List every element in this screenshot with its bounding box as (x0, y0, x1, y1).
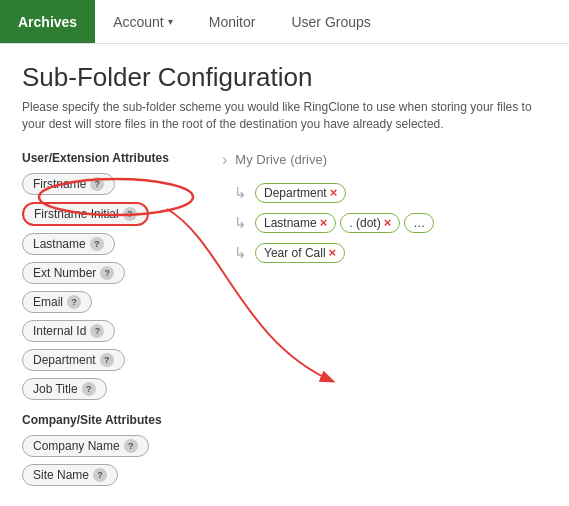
page-description: Please specify the sub-folder scheme you… (22, 99, 547, 133)
company-section-label: Company/Site Attributes (22, 413, 212, 427)
tag-year-of-call-remove[interactable]: × (329, 246, 337, 259)
firstname-initial-help-icon[interactable]: ? (123, 207, 137, 221)
attr-lastname-label: Lastname (33, 237, 86, 251)
drive-row: › My Drive (drive) (222, 151, 547, 169)
attr-department-label: Department (33, 353, 96, 367)
page-title: Sub-Folder Configuration (22, 62, 547, 93)
company-name-help-icon[interactable]: ? (124, 439, 138, 453)
attr-email-row: Email ? (22, 291, 212, 318)
email-help-icon[interactable]: ? (67, 295, 81, 309)
tag-department-label: Department (264, 186, 327, 200)
attr-email-label: Email (33, 295, 63, 309)
firstname-help-icon[interactable]: ? (90, 177, 104, 191)
subfolder-arrow-2: ↳ (234, 214, 247, 232)
nav-user-groups[interactable]: User Groups (273, 0, 388, 43)
attr-lastname-row: Lastname ? (22, 233, 212, 260)
lastname-help-icon[interactable]: ? (90, 237, 104, 251)
attr-job-title-row: Job Title ? (22, 378, 212, 405)
tag-department-remove[interactable]: × (330, 186, 338, 199)
nav-account[interactable]: Account ▾ (95, 0, 191, 43)
attr-site-name-label: Site Name (33, 468, 89, 482)
attr-firstname-label: Firstname (33, 177, 86, 191)
drive-chevron-icon: › (222, 151, 227, 169)
nav-archives-label: Archives (18, 14, 77, 30)
attr-internal-id[interactable]: Internal Id ? (22, 320, 115, 342)
nav-bar: Archives Account ▾ Monitor User Groups (0, 0, 569, 44)
job-title-help-icon[interactable]: ? (82, 382, 96, 396)
subfolder-arrow-3: ↳ (234, 244, 247, 262)
attr-email[interactable]: Email ? (22, 291, 92, 313)
content-area: User/Extension Attributes Firstname ? Fi… (22, 151, 547, 493)
tag-group-1: Department × (255, 183, 346, 203)
attr-ext-number-label: Ext Number (33, 266, 96, 280)
tag-group-2: Lastname × . (dot) × … (255, 213, 434, 233)
company-section: Company/Site Attributes Company Name ? S… (22, 413, 212, 491)
attr-firstname-initial-row: Firstname Initial ? (22, 202, 212, 231)
tag-more: … (404, 213, 434, 233)
folder-row-2: ↳ Lastname × . (dot) × … (222, 213, 547, 233)
tag-lastname-label: Lastname (264, 216, 317, 230)
account-dropdown-icon: ▾ (168, 16, 173, 27)
attr-ext-number[interactable]: Ext Number ? (22, 262, 125, 284)
tag-more-label: … (413, 216, 425, 230)
site-name-help-icon[interactable]: ? (93, 468, 107, 482)
nav-monitor[interactable]: Monitor (191, 0, 274, 43)
attr-firstname[interactable]: Firstname ? (22, 173, 115, 195)
left-panel: User/Extension Attributes Firstname ? Fi… (22, 151, 212, 493)
attr-firstname-initial[interactable]: Firstname Initial ? (22, 202, 149, 226)
drive-label: My Drive (drive) (235, 152, 327, 167)
internal-id-help-icon[interactable]: ? (90, 324, 104, 338)
tag-lastname: Lastname × (255, 213, 336, 233)
attr-lastname[interactable]: Lastname ? (22, 233, 115, 255)
attr-site-name-row: Site Name ? (22, 464, 212, 491)
attr-firstname-initial-label: Firstname Initial (34, 207, 119, 221)
main-content: Sub-Folder Configuration Please specify … (0, 44, 569, 503)
tag-lastname-remove[interactable]: × (320, 216, 328, 229)
tag-year-of-call-label: Year of Call (264, 246, 326, 260)
nav-archives[interactable]: Archives (0, 0, 95, 43)
attr-job-title[interactable]: Job Title ? (22, 378, 107, 400)
attr-department-row: Department ? (22, 349, 212, 376)
attr-firstname-row: Firstname ? (22, 173, 212, 200)
nav-monitor-label: Monitor (209, 14, 256, 30)
folder-row-3: ↳ Year of Call × (222, 243, 547, 263)
right-panel: › My Drive (drive) ↳ Department × ↳ (212, 151, 547, 493)
tag-department: Department × (255, 183, 346, 203)
tag-dot-label: . (dot) (349, 216, 380, 230)
subfolder-arrow-1: ↳ (234, 184, 247, 202)
attr-internal-id-label: Internal Id (33, 324, 86, 338)
department-help-icon[interactable]: ? (100, 353, 114, 367)
attr-department[interactable]: Department ? (22, 349, 125, 371)
attr-company-name[interactable]: Company Name ? (22, 435, 149, 457)
attr-company-name-row: Company Name ? (22, 435, 212, 462)
user-section-label: User/Extension Attributes (22, 151, 212, 165)
attr-job-title-label: Job Title (33, 382, 78, 396)
attr-internal-id-row: Internal Id ? (22, 320, 212, 347)
tag-dot: . (dot) × (340, 213, 400, 233)
nav-user-groups-label: User Groups (291, 14, 370, 30)
tag-year-of-call: Year of Call × (255, 243, 345, 263)
tag-dot-remove[interactable]: × (384, 216, 392, 229)
tag-group-3: Year of Call × (255, 243, 345, 263)
nav-account-label: Account (113, 14, 164, 30)
ext-number-help-icon[interactable]: ? (100, 266, 114, 280)
attr-company-name-label: Company Name (33, 439, 120, 453)
attr-site-name[interactable]: Site Name ? (22, 464, 118, 486)
folder-row-1: ↳ Department × (222, 183, 547, 203)
attr-ext-number-row: Ext Number ? (22, 262, 212, 289)
